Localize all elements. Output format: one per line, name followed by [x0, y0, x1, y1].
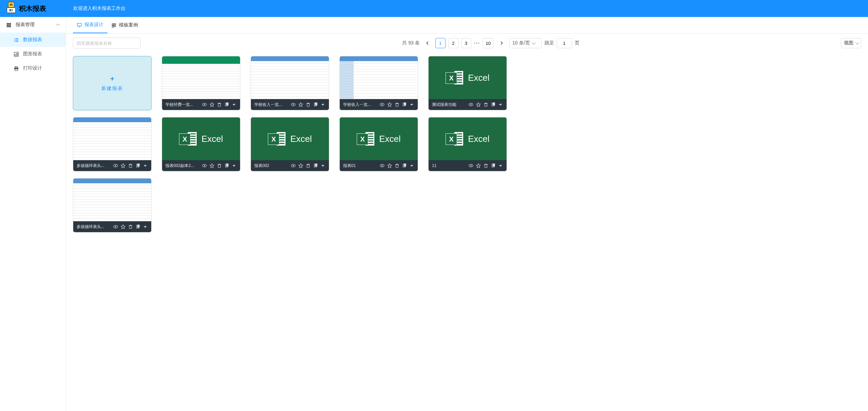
report-card[interactable]: Excel测试报表功能: [428, 56, 507, 110]
star-icon[interactable]: [387, 102, 392, 107]
share-icon[interactable]: [321, 102, 326, 107]
plus-icon: +: [110, 75, 114, 83]
star-icon[interactable]: [298, 163, 303, 168]
share-icon[interactable]: [498, 102, 503, 107]
search-input[interactable]: [73, 38, 141, 49]
report-card[interactable]: Excel报表002: [251, 117, 329, 171]
share-icon[interactable]: [232, 163, 237, 168]
prev-page-button[interactable]: [422, 38, 433, 48]
page-button-last[interactable]: 10: [482, 38, 494, 48]
report-card[interactable]: Excel报表002副本2...: [162, 117, 240, 171]
preview-icon[interactable]: [380, 163, 384, 168]
card-title: 学校经费一览...: [165, 102, 202, 108]
report-card[interactable]: Excel报表01: [339, 117, 418, 171]
tab-template-case[interactable]: 模板案例: [107, 17, 142, 33]
tab-report-design[interactable]: 报表设计: [73, 17, 107, 33]
copy-icon[interactable]: [136, 163, 140, 168]
preview-icon[interactable]: [202, 102, 207, 107]
share-icon[interactable]: [410, 163, 414, 168]
share-icon[interactable]: [143, 163, 148, 168]
star-icon[interactable]: [476, 102, 481, 107]
delete-icon[interactable]: [484, 102, 488, 107]
svg-rect-59: [307, 165, 310, 168]
sidebar-item-print-design[interactable]: 打印设计: [0, 61, 66, 75]
svg-rect-71: [493, 164, 495, 167]
page-size-select[interactable]: 10 条/页: [509, 38, 541, 48]
excel-text: Excel: [290, 134, 312, 144]
svg-point-28: [204, 104, 205, 106]
copy-icon[interactable]: [313, 163, 318, 168]
preview-icon[interactable]: [291, 163, 296, 168]
svg-point-68: [470, 165, 472, 167]
card-title: 报表002: [254, 163, 291, 169]
preview-icon[interactable]: [202, 163, 207, 168]
menu-group-label: 报表管理: [16, 22, 35, 28]
share-icon[interactable]: [232, 102, 237, 107]
star-icon[interactable]: [121, 163, 125, 168]
delete-icon[interactable]: [484, 163, 488, 168]
copy-icon[interactable]: [224, 102, 229, 107]
preview-icon[interactable]: [113, 224, 118, 229]
star-icon[interactable]: [210, 163, 214, 168]
report-card[interactable]: 多级循环表头...: [73, 117, 152, 171]
svg-rect-66: [404, 164, 406, 167]
preview-icon[interactable]: [113, 163, 118, 168]
report-card[interactable]: 学校收入一览...: [339, 56, 418, 110]
svg-rect-25: [114, 24, 116, 25]
report-card[interactable]: Excel11: [428, 117, 507, 171]
report-card[interactable]: 学校收入一览...: [251, 56, 329, 110]
template-icon: [112, 22, 116, 28]
copy-icon[interactable]: [402, 102, 407, 107]
page-button-2[interactable]: 2: [448, 38, 458, 48]
delete-icon[interactable]: [217, 102, 222, 107]
menu-group-reports[interactable]: 报表管理: [0, 17, 66, 33]
delete-icon[interactable]: [217, 163, 222, 168]
share-icon[interactable]: [321, 163, 326, 168]
card-thumbnail: Excel: [162, 117, 240, 160]
share-icon[interactable]: [143, 224, 148, 229]
copy-icon[interactable]: [224, 163, 229, 168]
preview-icon[interactable]: [291, 102, 296, 107]
svg-rect-31: [226, 102, 229, 106]
share-icon[interactable]: [498, 163, 503, 168]
preview-icon[interactable]: [469, 102, 473, 107]
new-report-card[interactable]: + 新建报表: [73, 56, 152, 110]
copy-icon[interactable]: [136, 224, 140, 229]
delete-icon[interactable]: [395, 163, 399, 168]
share-icon[interactable]: [410, 102, 414, 107]
delete-icon[interactable]: [128, 224, 133, 229]
copy-icon[interactable]: [491, 163, 496, 168]
next-page-button[interactable]: [496, 38, 507, 48]
card-title: 学校收入一览...: [254, 102, 291, 108]
star-icon[interactable]: [298, 102, 303, 107]
star-icon[interactable]: [121, 224, 125, 229]
page-button-3[interactable]: 3: [461, 38, 471, 48]
star-icon[interactable]: [476, 163, 481, 168]
copy-icon[interactable]: [313, 102, 318, 107]
jump-label: 跳至: [545, 40, 554, 46]
copy-icon[interactable]: [402, 163, 407, 168]
card-footer: 报表002副本2...: [162, 160, 240, 171]
star-icon[interactable]: [210, 102, 214, 107]
delete-icon[interactable]: [306, 163, 311, 168]
delete-icon[interactable]: [395, 102, 399, 107]
svg-point-53: [204, 165, 205, 167]
svg-rect-46: [493, 102, 495, 106]
view-dropdown[interactable]: 视图: [841, 38, 861, 48]
sidebar-item-label: 数据报表: [23, 37, 42, 43]
copy-icon[interactable]: [491, 102, 496, 107]
svg-rect-4: [8, 24, 9, 26]
jump-page-input[interactable]: [557, 38, 572, 48]
report-card[interactable]: 多级循环表头...: [73, 178, 152, 232]
delete-icon[interactable]: [306, 102, 311, 107]
preview-icon[interactable]: [469, 163, 473, 168]
page-button-1[interactable]: 1: [435, 38, 446, 48]
tab-bar: 报表设计 模板案例: [66, 17, 868, 34]
preview-icon[interactable]: [380, 102, 384, 107]
delete-icon[interactable]: [128, 163, 133, 168]
sidebar-item-data-report[interactable]: 数据报表: [0, 33, 66, 47]
report-card[interactable]: 学校经费一览...: [162, 56, 240, 110]
sidebar-item-graphic-report[interactable]: 图形报表: [0, 47, 66, 61]
card-title: 11: [432, 163, 469, 168]
star-icon[interactable]: [387, 163, 392, 168]
